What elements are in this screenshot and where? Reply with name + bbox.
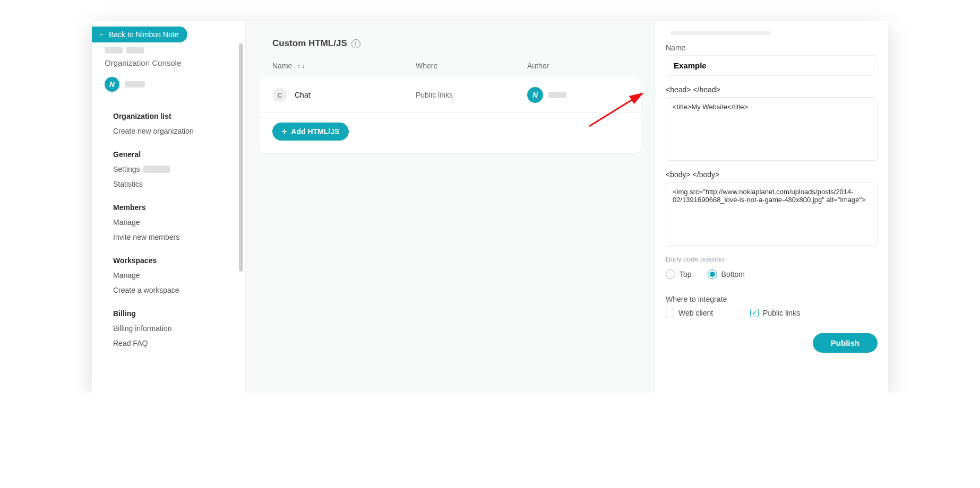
publish-button[interactable]: Publish (813, 333, 878, 353)
row-name-text: Chat (295, 91, 311, 99)
table-header: Name ↑ ↓ Where Author (260, 54, 641, 77)
nav-heading-billing: Billing (92, 306, 245, 321)
back-label: Back to Nimbus Note (109, 30, 179, 39)
name-label: Name (666, 43, 878, 52)
checkbox-web-client[interactable]: Web client (666, 309, 713, 317)
nav-heading-general: General (92, 147, 245, 162)
page-title: Custom HTML/JS (272, 38, 347, 49)
edit-drawer: Name <head> </head> <body> </body> Body … (655, 21, 888, 393)
sidebar-nav: Organization list Create new organizatio… (92, 96, 245, 363)
radio-icon (708, 269, 717, 279)
arrow-left-icon: ← (98, 30, 106, 39)
nav-item-settings-label: Settings (113, 165, 140, 173)
integrate-checkbox-group: Web client Public links (666, 309, 878, 317)
nav-item-manage-members[interactable]: Manage (92, 215, 245, 230)
radio-top-label: Top (680, 270, 692, 278)
add-html-js-button[interactable]: + Add HTML/JS (272, 123, 349, 141)
main-panel: Custom HTML/JS i Name ↑ ↓ Where Author C… (246, 21, 655, 393)
table-row[interactable]: C Chat Public links N (260, 77, 641, 113)
current-user-row[interactable]: N (92, 74, 245, 96)
radio-bottom-label: Bottom (721, 270, 745, 278)
sort-arrows-icon[interactable]: ↑ ↓ (297, 63, 305, 69)
radio-top[interactable]: Top (666, 269, 692, 279)
nav-item-statistics[interactable]: Statistics (92, 177, 245, 191)
drawer-grabber (670, 31, 771, 35)
nav-item-billing-info[interactable]: Billing information (92, 321, 245, 336)
body-section-label: <body> </body> (666, 170, 878, 179)
table: C Chat Public links N + Add HTML/JS (260, 77, 641, 153)
nav-item-manage-workspaces[interactable]: Manage (92, 268, 245, 283)
checkbox-public-label: Public links (763, 309, 800, 317)
redacted (105, 47, 123, 54)
col-name-label[interactable]: Name (272, 62, 292, 70)
nav-item-create-org[interactable]: Create new organization (92, 124, 245, 138)
body-code-textarea[interactable] (666, 182, 878, 246)
redacted (143, 165, 170, 173)
org-block: Organization Console (92, 42, 245, 74)
info-icon[interactable]: i (351, 39, 360, 48)
back-to-nimbus-button[interactable]: ← Back to Nimbus Note (92, 27, 187, 42)
checkbox-icon (750, 309, 759, 317)
redacted (125, 81, 145, 88)
body-position-label: Body code position (666, 255, 878, 263)
head-section-label: <head> </head> (666, 85, 878, 94)
head-code-textarea[interactable] (666, 97, 878, 161)
checkbox-icon (666, 309, 674, 317)
name-input[interactable] (666, 55, 878, 76)
app-window: ← Back to Nimbus Note Organization Conso… (92, 21, 888, 393)
org-console-label: Organization Console (105, 58, 233, 67)
checkbox-web-label: Web client (678, 309, 713, 317)
radio-bottom[interactable]: Bottom (708, 269, 745, 279)
nimbus-avatar-icon: N (105, 77, 119, 92)
redacted (548, 92, 566, 98)
nav-item-invite-members[interactable]: Invite new members (92, 230, 245, 245)
radio-icon (666, 269, 675, 279)
where-to-integrate-label: Where to integrate (666, 295, 878, 303)
row-where-text: Public links (416, 91, 527, 99)
nav-item-read-faq[interactable]: Read FAQ (92, 336, 245, 351)
scrollbar-thumb[interactable] (239, 43, 243, 272)
sidebar: ← Back to Nimbus Note Organization Conso… (92, 21, 246, 393)
nav-heading-organization-list[interactable]: Organization list (92, 109, 245, 124)
plus-icon: + (282, 127, 287, 136)
nav-heading-members: Members (92, 200, 245, 215)
nav-heading-workspaces: Workspaces (92, 253, 245, 268)
redacted (126, 47, 144, 54)
scrollbar-track (239, 42, 244, 286)
col-where-label[interactable]: Where (416, 62, 527, 70)
row-author: N (527, 87, 628, 103)
checkbox-public-links[interactable]: Public links (750, 309, 800, 317)
col-author-label[interactable]: Author (527, 62, 628, 70)
row-badge: C (272, 88, 287, 102)
add-button-label: Add HTML/JS (291, 127, 339, 136)
nav-item-settings[interactable]: Settings (92, 162, 245, 177)
body-position-radio-group: Top Bottom (666, 269, 878, 279)
nav-item-create-workspace[interactable]: Create a workspace (92, 283, 245, 298)
nimbus-avatar-icon: N (527, 87, 543, 103)
